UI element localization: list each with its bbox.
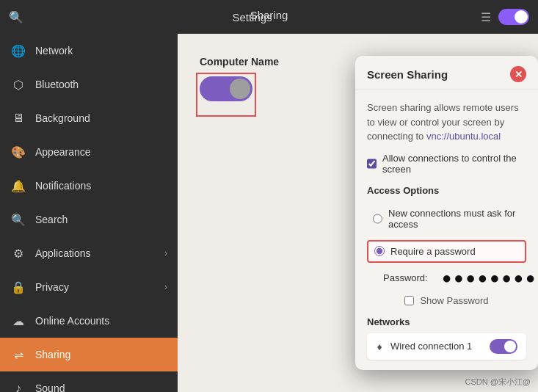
network-toggle[interactable] [490, 339, 517, 354]
screen-sharing-dialog: Screen Sharing ✕ Screen sharing allows r… [355, 56, 538, 370]
sharing-icon: ⇌ [12, 348, 25, 361]
search-icon[interactable]: 🔍 [9, 10, 23, 24]
radio-new-connections[interactable] [373, 214, 382, 224]
computer-name-toggle-wrapper [200, 76, 252, 113]
sound-icon: ♪ [12, 382, 25, 392]
allow-connections-checkbox[interactable] [367, 159, 377, 169]
background-icon: 🖥 [12, 112, 25, 125]
radio-password-label: Require a password [390, 246, 476, 257]
sidebar-item-label: Background [35, 112, 90, 124]
main-layout: 🌐 Network ⬡ Bluetooth 🖥 Background 🎨 App… [0, 34, 538, 392]
dialog-body: Screen sharing allows remote users to vi… [355, 90, 538, 370]
sidebar-item-appearance[interactable]: 🎨 Appearance [0, 135, 178, 169]
sidebar-item-network[interactable]: 🌐 Network [0, 34, 178, 68]
sidebar-item-label: Search [35, 214, 68, 225]
sidebar-item-privacy[interactable]: 🔒 Privacy › [0, 270, 178, 304]
sidebar: 🌐 Network ⬡ Bluetooth 🖥 Background 🎨 App… [0, 34, 178, 392]
appearance-icon: 🎨 [12, 145, 25, 159]
chevron-icon: › [164, 248, 167, 258]
notifications-icon: 🔔 [12, 179, 25, 192]
sidebar-item-label: Sharing [35, 349, 70, 360]
menu-icon[interactable]: ☰ [481, 10, 491, 24]
privacy-icon: 🔒 [12, 280, 25, 294]
bluetooth-icon: ⬡ [12, 78, 25, 91]
access-options-label: Access Options [367, 185, 526, 196]
network-name: Wired connection 1 [390, 341, 482, 352]
sharing-header-label: Sharing [250, 9, 288, 21]
dialog-title: Screen Sharing [367, 68, 448, 81]
show-password-label: Show Password [420, 295, 488, 306]
wired-network-icon: ⬧ [376, 339, 383, 354]
dialog-overlay: Screen Sharing ✕ Screen sharing allows r… [355, 34, 538, 392]
password-row: Password: ●●●●●●●● [367, 269, 526, 288]
sidebar-item-bluetooth[interactable]: ⬡ Bluetooth [0, 68, 178, 101]
password-dots: ●●●●●●●● [442, 269, 537, 288]
sidebar-item-sound[interactable]: ♪ Sound [0, 371, 178, 392]
radio-require-password[interactable] [374, 246, 385, 256]
sidebar-item-online-accounts[interactable]: ☁ Online Accounts [0, 304, 178, 338]
sidebar-item-search[interactable]: 🔍 Search [0, 203, 178, 236]
radio-option-new-connections: New connections must ask for access [367, 203, 526, 234]
network-item: ⬧ Wired connection 1 [367, 333, 526, 360]
dialog-header: Screen Sharing ✕ [355, 56, 538, 90]
chevron-icon: › [164, 282, 167, 292]
sidebar-item-label: Network [35, 45, 73, 57]
dialog-description: Screen sharing allows remote users to vi… [367, 101, 526, 144]
sidebar-item-notifications[interactable]: 🔔 Notifications [0, 169, 178, 203]
main-content: Computer Name Screen Sharing ✕ Screen sh… [178, 34, 538, 392]
applications-icon: ⚙ [12, 247, 25, 260]
computer-name-toggle[interactable] [200, 76, 252, 101]
networks-section: Networks ⬧ Wired connection 1 [367, 316, 526, 360]
vnc-link[interactable]: vnc://ubuntu.local [426, 131, 501, 142]
sidebar-item-label: Privacy [35, 281, 69, 293]
sidebar-item-sharing[interactable]: ⇌ Sharing [0, 338, 178, 371]
sidebar-item-background[interactable]: 🖥 Background [0, 101, 178, 135]
networks-label: Networks [367, 316, 526, 327]
allow-connections-row: Allow connections to control the screen [367, 153, 526, 175]
radio-option-password: Require a password [367, 240, 526, 263]
online-accounts-icon: ☁ [12, 314, 25, 327]
sidebar-item-label: Notifications [35, 180, 91, 192]
sidebar-item-label: Sound [35, 382, 65, 392]
network-icon: 🌐 [12, 44, 25, 57]
radio-new-connections-label: New connections must ask for access [388, 208, 520, 230]
show-password-row: Show Password [367, 295, 526, 306]
allow-connections-label: Allow connections to control the screen [382, 153, 526, 175]
search-sidebar-icon: 🔍 [12, 213, 25, 226]
header: 🔍 Settings ☰ Sharing [0, 0, 538, 34]
sidebar-item-label: Appearance [35, 146, 91, 158]
sidebar-item-applications[interactable]: ⚙ Applications › [0, 236, 178, 270]
dialog-close-button[interactable]: ✕ [510, 66, 526, 82]
sidebar-item-label: Bluetooth [35, 79, 79, 90]
sharing-header-toggle[interactable] [498, 9, 529, 25]
sidebar-item-label: Online Accounts [35, 315, 109, 327]
show-password-checkbox[interactable] [404, 296, 414, 305]
sidebar-item-label: Applications [35, 247, 91, 259]
password-label: Password: [383, 272, 435, 283]
